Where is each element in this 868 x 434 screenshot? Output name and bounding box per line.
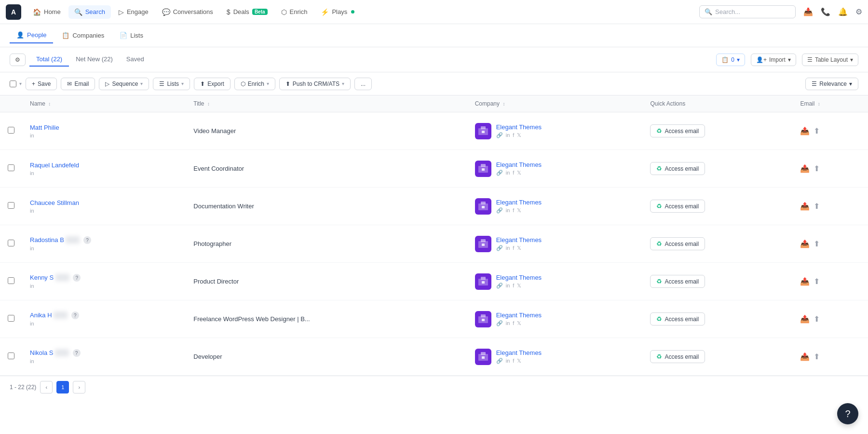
linkedin-icon[interactable]: in	[30, 321, 34, 326]
company-facebook-icon[interactable]: f	[513, 245, 514, 251]
company-link-icon[interactable]: 🔗	[496, 358, 503, 364]
company-link-icon[interactable]: 🔗	[496, 132, 503, 138]
linkedin-icon[interactable]: in	[30, 245, 34, 251]
company-name[interactable]: Elegant Themes	[496, 236, 542, 244]
person-name[interactable]: Radostina B	[30, 236, 64, 244]
company-twitter-icon[interactable]: 𝕏	[517, 283, 521, 289]
select-all-caret[interactable]: ▾	[19, 81, 22, 86]
phone-icon[interactable]: 📞	[821, 7, 830, 16]
access-email-btn[interactable]: ♻ Access email	[650, 312, 705, 326]
row-checkbox-5[interactable]	[8, 277, 14, 284]
linkedin-icon[interactable]: in	[30, 358, 34, 364]
company-facebook-icon[interactable]: f	[513, 132, 514, 138]
nav-engage[interactable]: ▷ Engage	[113, 5, 154, 19]
subnav-people[interactable]: 👤 People	[10, 27, 53, 43]
email-upload-icon[interactable]: ⬆	[814, 277, 820, 286]
company-facebook-icon[interactable]: f	[513, 207, 514, 214]
email-upload-icon[interactable]: ⬆	[814, 126, 820, 136]
company-name[interactable]: Elegant Themes	[496, 312, 542, 319]
row-checkbox-7[interactable]	[8, 353, 14, 359]
nav-search[interactable]: 🔍 Search	[68, 5, 111, 19]
relevance-btn[interactable]: ☰ Relevance ▾	[805, 78, 858, 90]
row-checkbox-2[interactable]	[8, 164, 14, 171]
import-btn[interactable]: 👤+ Import ▾	[751, 54, 796, 66]
access-email-btn[interactable]: ♻ Access email	[650, 200, 705, 213]
select-all-checkbox[interactable]	[10, 81, 16, 87]
company-name[interactable]: Elegant Themes	[496, 123, 542, 131]
company-twitter-icon[interactable]: 𝕏	[517, 245, 521, 251]
company-twitter-icon[interactable]: 𝕏	[517, 170, 521, 176]
row-checkbox-4[interactable]	[8, 240, 14, 246]
app-logo[interactable]: A	[6, 4, 21, 20]
email-send-icon[interactable]: 📤	[800, 352, 810, 361]
company-linkedin-icon[interactable]: in	[506, 207, 510, 214]
email-send-icon[interactable]: 📤	[800, 126, 810, 136]
prev-page-btn[interactable]: ‹	[40, 381, 53, 393]
company-twitter-icon[interactable]: 𝕏	[517, 132, 521, 138]
tab-net-new[interactable]: Net New (22)	[69, 53, 120, 67]
company-name[interactable]: Elegant Themes	[496, 161, 542, 168]
email-send-icon[interactable]: 📤	[800, 164, 810, 173]
settings-icon[interactable]: ⚙	[855, 7, 862, 16]
company-link-icon[interactable]: 🔗	[496, 283, 503, 289]
filter-toggle-btn[interactable]: ⚙	[10, 54, 26, 66]
company-linkedin-icon[interactable]: in	[506, 320, 510, 326]
company-link-icon[interactable]: 🔗	[496, 320, 503, 326]
nav-conversations[interactable]: 💬 Conversations	[156, 5, 219, 19]
nav-deals[interactable]: $ Deals Beta	[221, 5, 273, 19]
nav-home[interactable]: 🏠 Home	[27, 5, 67, 19]
access-email-btn[interactable]: ♻ Access email	[650, 275, 705, 288]
company-facebook-icon[interactable]: f	[513, 170, 514, 176]
company-link-icon[interactable]: 🔗	[496, 245, 503, 251]
person-name[interactable]: Kenny S	[30, 274, 54, 281]
next-page-btn[interactable]: ›	[73, 381, 85, 393]
person-name[interactable]: Nikola S	[30, 349, 53, 356]
person-name[interactable]: Raquel Landefeld	[30, 162, 79, 169]
name-help-icon[interactable]: ?	[73, 274, 81, 282]
sequence-btn[interactable]: ▷ Sequence ▾	[99, 78, 149, 90]
subnav-companies[interactable]: 📋 Companies	[55, 28, 111, 43]
linkedin-icon[interactable]: in	[30, 208, 34, 214]
email-upload-icon[interactable]: ⬆	[814, 314, 820, 324]
email-send-icon[interactable]: 📤	[800, 277, 810, 286]
email-upload-icon[interactable]: ⬆	[814, 352, 820, 361]
access-email-btn[interactable]: ♻ Access email	[650, 162, 705, 175]
name-help-icon[interactable]: ?	[71, 312, 79, 319]
enrich-btn[interactable]: ⬡ Enrich ▾	[234, 78, 275, 90]
email-send-icon[interactable]: 📤	[800, 314, 810, 324]
company-facebook-icon[interactable]: f	[513, 283, 514, 289]
page-1-btn[interactable]: 1	[56, 381, 69, 393]
tab-total[interactable]: Total (22)	[29, 53, 69, 67]
email-upload-icon[interactable]: ⬆	[814, 202, 820, 211]
linkedin-icon[interactable]: in	[30, 133, 34, 138]
linkedin-icon[interactable]: in	[30, 283, 34, 289]
company-facebook-icon[interactable]: f	[513, 320, 514, 326]
access-email-btn[interactable]: ♻ Access email	[650, 124, 705, 137]
company-name[interactable]: Elegant Themes	[496, 199, 542, 206]
more-btn[interactable]: ...	[354, 78, 372, 90]
th-title[interactable]: Title ↕	[186, 95, 467, 112]
company-linkedin-icon[interactable]: in	[506, 358, 510, 364]
access-email-btn[interactable]: ♻ Access email	[650, 350, 705, 363]
tab-saved[interactable]: Saved	[120, 53, 151, 67]
company-name[interactable]: Elegant Themes	[496, 349, 542, 356]
company-twitter-icon[interactable]: 𝕏	[517, 358, 521, 364]
linkedin-icon[interactable]: in	[30, 170, 34, 176]
nav-enrich[interactable]: ⬡ Enrich	[275, 5, 313, 19]
access-email-btn[interactable]: ♻ Access email	[650, 237, 705, 250]
company-linkedin-icon[interactable]: in	[506, 132, 510, 138]
th-company[interactable]: Company ↕	[467, 95, 643, 112]
global-search[interactable]: 🔍 Search...	[699, 5, 796, 18]
company-facebook-icon[interactable]: f	[513, 358, 514, 364]
person-name[interactable]: Anika H	[30, 312, 52, 319]
inbox-icon[interactable]: 📥	[803, 7, 813, 16]
name-help-icon[interactable]: ?	[73, 349, 81, 357]
name-help-icon[interactable]: ?	[83, 236, 91, 244]
export-btn[interactable]: ⬆ Export	[194, 78, 231, 90]
subnav-lists[interactable]: 📄 Lists	[113, 28, 150, 43]
company-linkedin-icon[interactable]: in	[506, 245, 510, 251]
row-checkbox-1[interactable]	[8, 127, 14, 134]
save-btn[interactable]: + Save	[26, 78, 57, 90]
company-linkedin-icon[interactable]: in	[506, 170, 510, 176]
company-link-icon[interactable]: 🔗	[496, 207, 503, 214]
